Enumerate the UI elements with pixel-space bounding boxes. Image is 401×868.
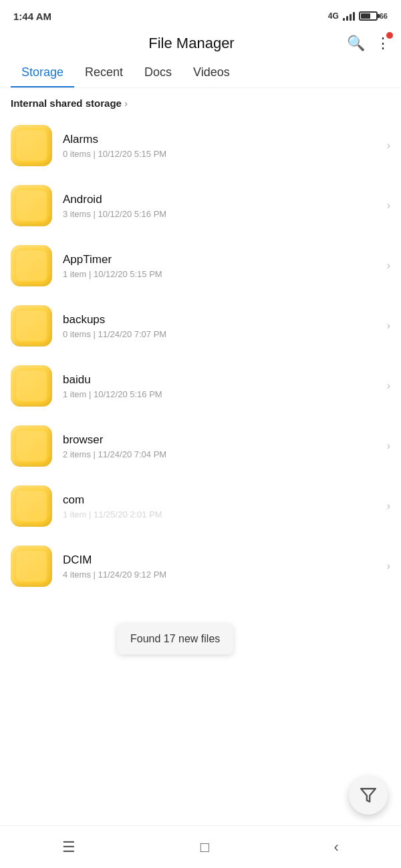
file-info: backups 0 items | 11/24/20 7:07 PM — [63, 313, 387, 339]
file-meta: 3 items | 10/12/20 5:16 PM — [63, 209, 387, 219]
file-name: backups — [63, 313, 387, 327]
file-info: browser 2 items | 11/24/20 7:04 PM — [63, 433, 387, 459]
battery-icon: 66 — [359, 11, 388, 21]
file-name: Android — [63, 193, 387, 206]
file-meta: 0 items | 11/24/20 7:07 PM — [63, 329, 387, 339]
file-info: AppTimer 1 item | 10/12/20 5:15 PM — [63, 253, 387, 279]
file-list: Alarms 0 items | 10/12/20 5:15 PM › Andr… — [0, 116, 401, 596]
nav-bar: ☰ □ ‹ — [0, 825, 401, 868]
chevron-right-icon: › — [387, 260, 390, 272]
app-header: File Manager 🔍 ⋮ — [0, 29, 401, 57]
battery-level: 66 — [380, 12, 388, 20]
file-name: baidu — [63, 373, 387, 387]
file-name: Alarms — [63, 133, 387, 146]
folder-icon — [11, 546, 52, 587]
chevron-right-icon: › — [387, 500, 390, 512]
file-meta: 0 items | 10/12/20 5:15 PM — [63, 149, 387, 159]
list-item[interactable]: Alarms 0 items | 10/12/20 5:15 PM › — [0, 116, 401, 176]
folder-icon — [11, 425, 52, 467]
list-item[interactable]: baidu 1 item | 10/12/20 5:16 PM › — [0, 356, 401, 416]
file-info: DCIM 4 items | 11/24/20 9:12 PM — [63, 554, 387, 580]
file-name: DCIM — [63, 554, 387, 567]
snackbar: Found 17 new files — [117, 624, 233, 654]
tab-videos[interactable]: Videos — [182, 57, 241, 87]
status-time: 1:44 AM — [13, 11, 51, 22]
file-name: AppTimer — [63, 253, 387, 266]
signal-type: 4G — [328, 11, 339, 21]
folder-icon — [11, 125, 52, 166]
filter-icon — [360, 787, 377, 804]
file-info: Alarms 0 items | 10/12/20 5:15 PM — [63, 133, 387, 159]
folder-icon — [11, 245, 52, 286]
chevron-right-icon: › — [387, 440, 390, 452]
nav-menu-button[interactable]: ☰ — [49, 832, 89, 863]
file-name: browser — [63, 433, 387, 447]
snackbar-text: Found 17 new files — [130, 633, 220, 644]
signal-bars-icon — [343, 11, 355, 21]
folder-icon — [11, 485, 52, 527]
list-item[interactable]: com 1 item | 11/25/20 2:01 PM › — [0, 476, 401, 536]
svg-marker-0 — [361, 789, 376, 802]
file-name: com — [63, 493, 387, 507]
breadcrumb-text: Internal shared storage — [11, 97, 122, 109]
more-options-icon[interactable]: ⋮ — [376, 35, 390, 52]
chevron-right-icon: › — [387, 140, 390, 152]
chevron-right-icon: › — [387, 200, 390, 212]
file-info: Android 3 items | 10/12/20 5:16 PM — [63, 193, 387, 219]
tab-bar: Storage Recent Docs Videos — [0, 57, 401, 88]
header-icons: 🔍 ⋮ — [347, 35, 390, 52]
list-item[interactable]: AppTimer 1 item | 10/12/20 5:15 PM › — [0, 236, 401, 296]
file-meta: 2 items | 11/24/20 7:04 PM — [63, 449, 387, 459]
filter-fab-button[interactable] — [349, 776, 388, 815]
tab-recent[interactable]: Recent — [74, 57, 134, 87]
nav-home-button[interactable]: □ — [187, 832, 223, 863]
tab-storage[interactable]: Storage — [11, 57, 74, 87]
chevron-right-icon: › — [387, 560, 390, 572]
file-meta: 4 items | 11/24/20 9:12 PM — [63, 570, 387, 580]
file-meta: 1 item | 10/12/20 5:15 PM — [63, 269, 387, 279]
list-item[interactable]: browser 2 items | 11/24/20 7:04 PM › — [0, 416, 401, 476]
status-icons: 4G 66 — [328, 11, 388, 21]
notification-dot — [386, 32, 393, 39]
tab-docs[interactable]: Docs — [134, 57, 182, 87]
file-info: baidu 1 item | 10/12/20 5:16 PM — [63, 373, 387, 399]
status-bar: 1:44 AM 4G 66 — [0, 0, 401, 29]
list-item[interactable]: Android 3 items | 10/12/20 5:16 PM › — [0, 176, 401, 236]
nav-back-button[interactable]: ‹ — [320, 832, 352, 863]
folder-icon — [11, 185, 52, 226]
chevron-right-icon: › — [387, 380, 390, 392]
list-item[interactable]: DCIM 4 items | 11/24/20 9:12 PM › — [0, 536, 401, 596]
list-item[interactable]: backups 0 items | 11/24/20 7:07 PM › — [0, 296, 401, 356]
folder-icon — [11, 305, 52, 347]
search-icon[interactable]: 🔍 — [347, 35, 365, 52]
page-title: File Manager — [36, 35, 347, 52]
breadcrumb[interactable]: Internal shared storage › — [0, 91, 401, 116]
file-meta: 1 item | 11/25/20 2:01 PM — [63, 509, 387, 519]
file-meta: 1 item | 10/12/20 5:16 PM — [63, 389, 387, 399]
folder-icon — [11, 365, 52, 407]
file-info: com 1 item | 11/25/20 2:01 PM — [63, 493, 387, 519]
chevron-right-icon: › — [387, 320, 390, 332]
breadcrumb-arrow: › — [124, 97, 128, 109]
